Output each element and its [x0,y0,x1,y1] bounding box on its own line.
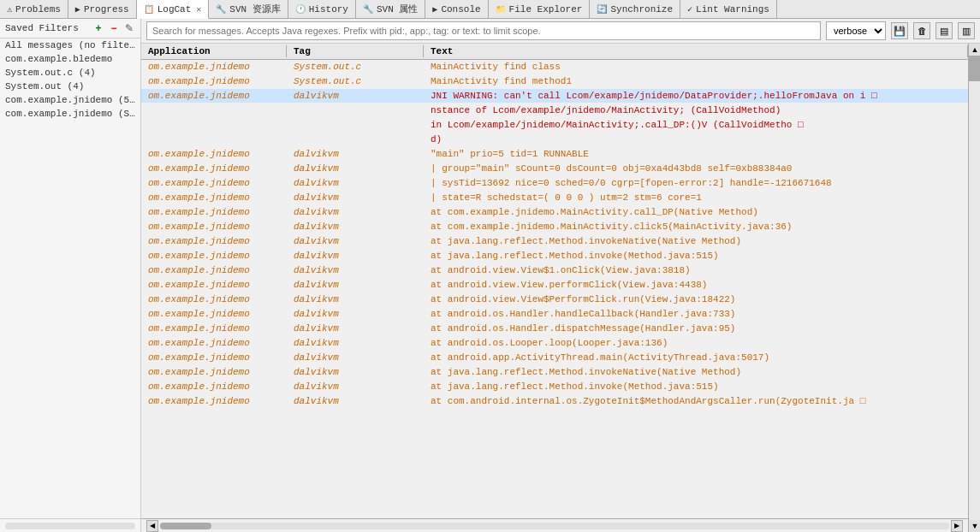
table-row[interactable]: om.example.jnidemodalvikvm at java.lang.… [141,365,968,380]
h-scrollbar-track[interactable] [160,523,949,529]
cell-app: om.example.jnidemo [141,365,287,379]
table-row[interactable]: om.example.jnidemodalvikvm"main" prio=5 … [141,147,968,162]
cell-tag: dalvikvm [287,249,424,263]
tab-synchronize[interactable]: 🔄 Synchronize [590,0,680,19]
file-explorer-icon: 📁 [496,4,506,15]
table-row[interactable]: om.example.jnidemodalvikvm | group="main… [141,162,968,176]
table-row[interactable]: om.example.jnidemodalvikvm at java.lang.… [141,234,968,249]
cell-app [141,133,287,146]
verbose-select[interactable]: verbose debug info warn error [826,21,886,40]
log-table-container: Application Tag Text om.example.jnidemoS… [141,44,968,532]
tab-progress[interactable]: ▶ Progress [68,0,137,19]
sidebar-h-scrollbar[interactable] [5,523,135,529]
logcat-close[interactable]: ✕ [196,4,201,15]
clear-btn[interactable]: 🗑 [913,22,930,39]
v-scroll-thumb[interactable] [969,56,980,81]
cell-app: om.example.jnidemo [141,322,287,335]
table-row[interactable]: om.example.jnidemodalvikvm at android.os… [141,336,968,351]
cell-tag: dalvikvm [287,351,424,364]
tab-console[interactable]: ▶ Console [425,0,488,19]
logcat-icon: 📋 [144,4,154,15]
sidebar-title: Saved Filters [5,23,89,33]
history-icon: 🕐 [295,4,306,15]
v-scroll-down[interactable]: ▼ [969,520,980,532]
tab-svn-repo[interactable]: 🔧 SVN 资源库 [209,0,288,19]
sidebar-item-bledemo[interactable]: com.example.bledemo [0,52,140,66]
cell-app: om.example.jnidemo [141,249,287,263]
table-row[interactable]: in Lcom/example/jnidemo/MainActivity;.ca… [141,118,968,133]
sidebar-item-all[interactable]: All messages (no filters) (1 [0,38,140,52]
sidebar-item-sysout-c[interactable]: System.out.c (4) [0,66,140,80]
tab-lint-warnings[interactable]: ✓ Lint Warnings [680,0,777,19]
cell-tag: dalvikvm [287,322,424,335]
tab-logcat-label: LogCat [157,4,192,15]
console-icon: ▶ [432,4,437,15]
table-row[interactable]: om.example.jnidemodalvikvm at java.lang.… [141,380,968,394]
sidebar-items: All messages (no filters) (1 com.example… [0,38,140,518]
cell-tag: dalvikvm [287,147,424,161]
cell-text: at com.android.internal.os.ZygoteInit$Me… [424,394,968,408]
sidebar-item-jnidemo-52[interactable]: com.example.jnidemo (52) [0,93,140,107]
table-row[interactable]: om.example.jnidemodalvikvm at android.os… [141,307,968,322]
tab-file-explorer-label: File Explorer [509,4,583,15]
tab-history-label: History [309,4,348,15]
header-tag: Tag [287,45,424,57]
log-toolbar: verbose debug info warn error 💾 🗑 ▤ ▥ [141,19,980,44]
table-row[interactable]: om.example.jnidemodalvikvm | state=R sch… [141,191,968,205]
cell-text: in Lcom/example/jnidemo/MainActivity;.ca… [424,118,968,132]
table-row[interactable]: om.example.jnidemodalvikvm at java.lang.… [141,249,968,263]
cell-text: | sysTid=13692 nice=0 sched=0/0 cgrp=[fo… [424,176,968,190]
table-row[interactable]: om.example.jnidemodalvikvm at android.vi… [141,278,968,293]
v-scroll-up[interactable]: ▲ [969,44,980,56]
svn-repo-icon: 🔧 [216,4,226,15]
table-row[interactable]: nstance of Lcom/example/jnidemo/MainActi… [141,103,968,118]
sidebar-item-sysout[interactable]: System.out (4) [0,80,140,93]
table-row[interactable]: om.example.jnidemodalvikvm at com.exampl… [141,205,968,220]
tab-problems[interactable]: ⚠ Problems [0,0,68,19]
cell-tag: dalvikvm [287,191,424,204]
layout-btn1[interactable]: ▤ [935,22,953,39]
tab-progress-label: Progress [84,4,129,15]
h-scrollbar-thumb[interactable] [160,523,211,529]
log-rows[interactable]: om.example.jnidemoSystem.out.cMainActivi… [141,60,968,518]
search-input[interactable] [146,21,821,40]
table-row[interactable]: om.example.jnidemodalvikvm at android.os… [141,322,968,336]
v-scrollbar: ▲ ▼ [968,44,980,532]
sidebar-edit-btn[interactable]: ✎ [123,22,135,34]
cell-tag: dalvikvm [287,380,424,393]
sidebar-header: Saved Filters + − ✎ [0,19,140,38]
tab-console-label: Console [441,4,480,15]
tab-file-explorer[interactable]: 📁 File Explorer [489,0,591,19]
cell-tag: dalvikvm [287,89,424,103]
cell-text: | group="main" sCount=0 dsCount=0 obj=0x… [424,162,968,175]
cell-app: om.example.jnidemo [141,74,287,88]
table-row[interactable]: om.example.jnidemodalvikvm at com.androi… [141,394,968,409]
tab-svn-props[interactable]: 🔧 SVN 属性 [356,0,425,19]
table-row[interactable]: om.example.jnidemodalvikvm at android.vi… [141,293,968,307]
v-scroll-track[interactable] [969,56,980,520]
table-row[interactable]: om.example.jnidemodalvikvm | sysTid=1369… [141,176,968,191]
cell-tag: dalvikvm [287,394,424,408]
cell-text: at android.os.Handler.handleCallback(Han… [424,307,968,321]
cell-app: om.example.jnidemo [141,191,287,204]
table-row[interactable]: om.example.jnidemodalvikvm at android.vi… [141,263,968,278]
table-row[interactable]: d) [141,133,968,147]
cell-tag: dalvikvm [287,365,424,379]
layout-btn2[interactable]: ▥ [958,22,975,39]
table-row[interactable]: om.example.jnidemodalvikvmJNI WARNING: c… [141,89,968,103]
cell-app: om.example.jnidemo [141,336,287,350]
h-scroll-left[interactable]: ◀ [146,520,158,532]
tab-logcat[interactable]: 📋 LogCat ✕ [137,0,210,19]
table-row[interactable]: om.example.jnidemoSystem.out.cMainActivi… [141,60,968,74]
sidebar-item-jnidemo-ses[interactable]: com.example.jnidemo (Ses [0,107,140,121]
cell-app: om.example.jnidemo [141,176,287,190]
table-row[interactable]: om.example.jnidemodalvikvm at com.exampl… [141,220,968,234]
sidebar-remove-btn[interactable]: − [108,22,120,34]
table-row[interactable]: om.example.jnidemodalvikvm at android.ap… [141,351,968,365]
save-btn[interactable]: 💾 [891,22,908,39]
table-row[interactable]: om.example.jnidemoSystem.out.cMainActivi… [141,74,968,89]
tab-history[interactable]: 🕐 History [288,0,356,19]
sidebar-add-btn[interactable]: + [92,22,104,34]
cell-tag [287,103,424,117]
h-scroll-right[interactable]: ▶ [951,520,963,532]
